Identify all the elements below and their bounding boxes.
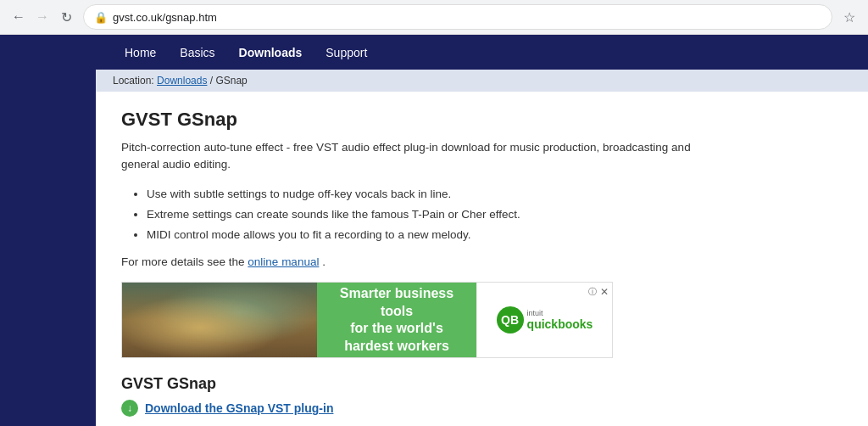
download-section-title: GVST GSnap [121,375,843,393]
url-text: gvst.co.uk/gsnap.htm [113,11,821,24]
back-button[interactable]: ← [8,7,29,27]
lock-icon: 🔒 [94,11,108,24]
left-sidebar [0,35,96,426]
download-link[interactable]: Download the GSnap VST plug-in [145,401,333,415]
ad-quickbooks-section: ⓘ ✕ QB intuit quickbooks [476,283,612,357]
feature-item-1: Use with subtle settings to nudge off-ke… [147,184,843,205]
page-layout: Home Basics Downloads Support Location: … [0,35,868,426]
ad-info-button[interactable]: ⓘ [588,286,597,298]
address-bar[interactable]: 🔒 gvst.co.uk/gsnap.htm [83,4,832,30]
ad-green-section[interactable]: Smarter business tools for the world's h… [317,283,476,357]
nav-bar: Home Basics Downloads Support [96,35,868,70]
ad-image [122,283,317,357]
nav-buttons: ← → ↻ [8,7,76,27]
download-link-row: ↓ Download the GSnap VST plug-in [121,400,843,417]
breadcrumb: Location: Downloads / GSnap [96,70,868,92]
breadcrumb-prefix: Location: [113,75,154,87]
nav-downloads[interactable]: Downloads [227,37,314,68]
intuit-label: intuit [527,309,593,317]
ad-banner: Smarter business tools for the world's h… [121,282,613,358]
ad-close-button[interactable]: ✕ [600,286,609,298]
manual-text: For more details see the online manual . [121,255,843,268]
nav-home[interactable]: Home [113,37,168,68]
features-list: Use with subtle settings to nudge off-ke… [147,184,843,246]
breadcrumb-current: / GSnap [210,75,248,87]
manual-suffix: . [322,255,326,268]
feature-item-2: Extreme settings can create sounds like … [147,205,843,225]
manual-link[interactable]: online manual [248,255,319,268]
page-title: GVST GSnap [121,109,843,131]
page-description: Pitch-correction auto-tune effect - free… [121,139,698,174]
ad-green-text-line2: for the world's hardest workers [326,320,468,356]
manual-prefix: For more details see the [121,255,245,268]
quickbooks-logo: QB intuit quickbooks [497,306,593,334]
bookmark-button[interactable]: ☆ [839,7,860,27]
ad-green-text-line1: Smarter business tools [326,285,468,321]
ad-photo [122,283,317,357]
feature-item-3: MIDI control mode allows you to fit a re… [147,225,843,245]
browser-toolbar: ← → ↻ 🔒 gvst.co.uk/gsnap.htm ☆ [0,0,868,34]
reload-button[interactable]: ↻ [56,7,76,27]
breadcrumb-downloads-link[interactable]: Downloads [157,75,207,87]
browser-chrome: ← → ↻ 🔒 gvst.co.uk/gsnap.htm ☆ [0,0,868,35]
content-area: GVST GSnap Pitch-correction auto-tune ef… [96,92,868,426]
nav-support[interactable]: Support [314,37,379,68]
forward-button[interactable]: → [32,7,53,27]
download-icon: ↓ [121,400,138,417]
quickbooks-icon: QB [497,306,524,334]
quickbooks-text: intuit quickbooks [527,309,593,331]
main-area: Home Basics Downloads Support Location: … [96,35,868,426]
nav-basics[interactable]: Basics [168,37,226,68]
quickbooks-brand: quickbooks [527,317,593,331]
